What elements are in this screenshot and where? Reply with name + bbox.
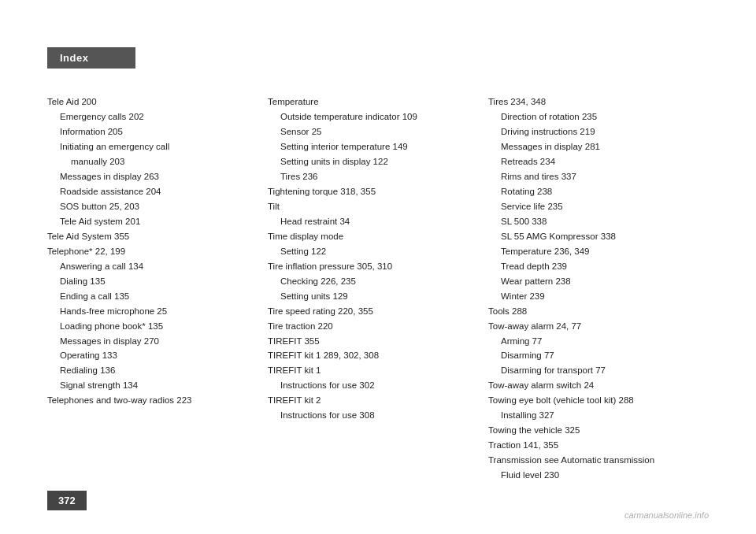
list-item: Head restraint 34 (268, 214, 472, 229)
list-item: Temperature (268, 95, 472, 109)
list-item: Tele Aid System 355 (47, 229, 252, 244)
list-item: Temperature 236, 349 (488, 244, 693, 259)
list-item: Messages in display 270 (47, 334, 252, 349)
list-item: Rotating 238 (488, 184, 693, 199)
list-item: SL 500 338 (488, 214, 693, 229)
list-item: Roadside assistance 204 (47, 184, 252, 199)
column-3: Tires 234, 348Direction of rotation 235D… (488, 95, 709, 487)
list-item: Tilt (268, 199, 472, 214)
list-item: Checking 226, 235 (268, 274, 472, 289)
list-item: Disarming 77 (488, 348, 693, 363)
list-item: Tow-away alarm 24, 77 (488, 319, 693, 334)
list-item: Tire speed rating 220, 355 (268, 304, 472, 319)
list-item: Tire inflation pressure 305, 310 (268, 259, 472, 274)
list-item: Instructions for use 302 (268, 378, 472, 393)
list-item: Time display mode (268, 229, 472, 244)
list-item: Setting interior temperature 149 (268, 139, 472, 154)
header-label: Index (60, 52, 88, 64)
list-item: Traction 141, 355 (488, 438, 693, 453)
list-item: TIREFIT kit 2 (268, 393, 472, 408)
list-item: Ending a call 135 (47, 289, 252, 304)
list-item: Fluid level 230 (488, 468, 693, 483)
list-item: Signal strength 134 (47, 378, 252, 393)
list-item: Redialing 136 (47, 363, 252, 378)
list-item: Answering a call 134 (47, 259, 252, 274)
list-item: Loading phone book* 135 (47, 319, 252, 334)
list-item: Tele Aid system 201 (47, 214, 252, 229)
list-item: Transmission see Automatic transmission (488, 453, 693, 468)
list-item: Towing the vehicle 325 (488, 423, 693, 438)
list-item: Disarming for transport 77 (488, 363, 693, 378)
list-item: Winter 239 (488, 289, 693, 304)
list-item: Operating 133 (47, 348, 252, 363)
content-area: Tele Aid 200Emergency calls 202Informati… (47, 95, 709, 487)
index-header: Index (47, 47, 135, 69)
list-item: Tires 236 (268, 169, 472, 184)
list-item: Information 205 (47, 124, 252, 139)
list-item: Tread depth 239 (488, 259, 693, 274)
list-item: Sensor 25 (268, 124, 472, 139)
list-item: Setting units in display 122 (268, 154, 472, 169)
list-item: Instructions for use 308 (268, 408, 472, 423)
list-item: Dialing 135 (47, 274, 252, 289)
page-number: 372 (47, 491, 87, 510)
list-item: Telephones and two-way radios 223 (47, 393, 252, 408)
column-1: Tele Aid 200Emergency calls 202Informati… (47, 95, 268, 487)
list-item: TIREFIT kit 1 289, 302, 308 (268, 348, 472, 363)
list-item: Hands-free microphone 25 (47, 304, 252, 319)
list-item: Outside temperature indicator 109 (268, 109, 472, 124)
list-item: Installing 327 (488, 408, 693, 423)
list-item: Direction of rotation 235 (488, 109, 693, 124)
list-item: Tele Aid 200 (47, 95, 252, 109)
list-item: Tools 288 (488, 304, 693, 319)
list-item: Driving instructions 219 (488, 124, 693, 139)
list-item: Service life 235 (488, 199, 693, 214)
list-item: Emergency calls 202 (47, 109, 252, 124)
column-2: TemperatureOutside temperature indicator… (268, 95, 488, 487)
list-item: Tightening torque 318, 355 (268, 184, 472, 199)
list-item: TIREFIT 355 (268, 334, 472, 349)
list-item: Setting units 129 (268, 289, 472, 304)
list-item: SOS button 25, 203 (47, 199, 252, 214)
list-item: Arming 77 (488, 334, 693, 349)
list-item: Retreads 234 (488, 154, 693, 169)
list-item: Tire traction 220 (268, 319, 472, 334)
list-item: manually 203 (47, 154, 252, 169)
list-item: Messages in display 263 (47, 169, 252, 184)
list-item: Rims and tires 337 (488, 169, 693, 184)
list-item: TIREFIT kit 1 (268, 363, 472, 378)
list-item: Tow-away alarm switch 24 (488, 378, 693, 393)
list-item: Setting 122 (268, 244, 472, 259)
watermark: carmanualsonline.info (624, 510, 709, 520)
list-item: Towing eye bolt (vehicle tool kit) 288 (488, 393, 693, 408)
list-item: Telephone* 22, 199 (47, 244, 252, 259)
list-item: Tires 234, 348 (488, 95, 693, 109)
list-item: Initiating an emergency call (47, 139, 252, 154)
list-item: SL 55 AMG Kompressor 338 (488, 229, 693, 244)
list-item: Messages in display 281 (488, 139, 693, 154)
list-item: Wear pattern 238 (488, 274, 693, 289)
